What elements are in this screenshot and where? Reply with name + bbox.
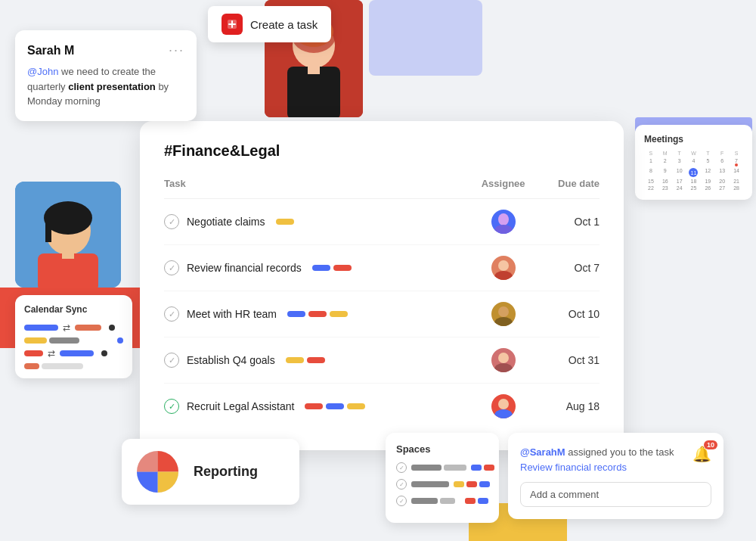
pie-chart bbox=[137, 451, 178, 493]
sarah-message: @John we need to create the quarterly cl… bbox=[27, 64, 184, 109]
avatar bbox=[491, 394, 516, 418]
finance-card: #Finance&Legal Task Assignee Due date ✓ … bbox=[140, 121, 624, 450]
task-name: Negotiate claims bbox=[187, 216, 265, 228]
task-name: Review financial records bbox=[187, 262, 302, 274]
finance-title: #Finance&Legal bbox=[164, 142, 600, 160]
tag-pills bbox=[312, 265, 352, 271]
sync-dot-blue bbox=[117, 337, 123, 344]
task-cell: ✓ Meet with HR team bbox=[164, 291, 470, 337]
svg-rect-4 bbox=[287, 67, 340, 117]
svg-rect-5 bbox=[308, 62, 320, 74]
tag-pill bbox=[312, 265, 330, 271]
meetings-title: Meetings bbox=[644, 134, 743, 145]
notif-task-link[interactable]: Review financial records bbox=[520, 462, 674, 473]
notification-card: @SarahM assigned you to the task Review … bbox=[508, 433, 723, 519]
assignee-cell bbox=[470, 384, 537, 430]
sarah-card: Sarah M ··· @John we need to create the … bbox=[15, 30, 197, 121]
tag-bar bbox=[454, 481, 464, 487]
meetings-card: Meetings S M T W T F S 1 2 3 4 5 6 7 8 9… bbox=[635, 125, 752, 200]
tag-pill bbox=[286, 357, 304, 363]
tag-pill bbox=[308, 311, 327, 317]
svg-point-16 bbox=[498, 260, 509, 271]
sync-arrow: ⇄ bbox=[63, 322, 70, 333]
left-person-photo bbox=[15, 182, 121, 288]
spaces-row: ✓ bbox=[396, 479, 488, 490]
sync-row bbox=[24, 337, 123, 344]
tag-pill bbox=[333, 265, 352, 271]
spaces-check: ✓ bbox=[396, 496, 407, 506]
assignee-cell bbox=[470, 291, 537, 337]
tag-bar bbox=[484, 465, 494, 471]
tag-pill bbox=[305, 403, 323, 409]
tag-bar bbox=[479, 481, 490, 487]
sync-row: ⇄ bbox=[24, 322, 123, 333]
task-table: Task Assignee Due date ✓ Negotiate claim… bbox=[164, 178, 600, 429]
badge-count: 10 bbox=[704, 440, 717, 449]
sync-row bbox=[24, 363, 123, 369]
tag-bar bbox=[478, 498, 488, 504]
notif-mention: @SarahM bbox=[520, 446, 565, 458]
task-name: Establish Q4 goals bbox=[187, 354, 275, 366]
reporting-label: Reporting bbox=[194, 464, 258, 480]
col-assignee: Assignee bbox=[470, 178, 537, 199]
spaces-check: ✓ bbox=[396, 479, 407, 490]
spaces-bar bbox=[411, 465, 442, 471]
spaces-bar bbox=[411, 481, 449, 487]
create-task-label: Create a task bbox=[250, 18, 318, 31]
check-icon: ✓ bbox=[164, 353, 179, 368]
sync-bar-blue2 bbox=[60, 350, 94, 356]
spaces-bar bbox=[444, 465, 466, 471]
sync-bar-blue bbox=[24, 325, 58, 331]
avatar bbox=[491, 210, 516, 234]
tag-bar bbox=[466, 481, 477, 487]
decorative-blue-rect bbox=[369, 0, 482, 76]
sarah-menu-dots[interactable]: ··· bbox=[169, 42, 184, 58]
svg-rect-12 bbox=[62, 248, 74, 259]
tag-pill bbox=[276, 219, 294, 225]
task-name: Meet with HR team bbox=[187, 308, 277, 320]
sync-dot bbox=[109, 325, 115, 331]
spaces-bar bbox=[411, 498, 438, 504]
notif-header: @SarahM assigned you to the task Review … bbox=[520, 445, 711, 473]
col-task: Task bbox=[164, 178, 470, 199]
sarah-bold-text: client presentation bbox=[68, 81, 156, 92]
tag-pills bbox=[305, 403, 365, 409]
spaces-title: Spaces bbox=[396, 443, 488, 455]
tag-pill bbox=[330, 311, 348, 317]
tag-pill bbox=[326, 403, 344, 409]
check-icon: ✓ bbox=[164, 306, 179, 322]
calendar-grid: S M T W T F S 1 2 3 4 5 6 7 8 9 10 11 12… bbox=[644, 151, 743, 191]
svg-rect-10 bbox=[45, 219, 51, 242]
assignee-cell bbox=[470, 245, 537, 291]
svg-point-25 bbox=[498, 399, 509, 409]
table-row: ✓ Negotiate claims Oct 1 bbox=[164, 199, 600, 245]
sync-bar-gray bbox=[49, 337, 79, 344]
sync-bar-or2 bbox=[24, 363, 39, 369]
create-task-button[interactable]: Create a task bbox=[208, 6, 331, 42]
tag-pill bbox=[347, 403, 365, 409]
sync-bar-yellow bbox=[24, 337, 47, 344]
assignee-cell bbox=[470, 337, 537, 384]
create-task-icon bbox=[222, 14, 243, 35]
spaces-row: ✓ bbox=[396, 462, 488, 473]
tag-pill bbox=[287, 311, 305, 317]
notif-text1: assigned you to the task bbox=[565, 446, 674, 458]
bell-badge: 🔔 10 bbox=[692, 445, 711, 463]
table-row: ✓ Establish Q4 goals Oct 31 bbox=[164, 337, 600, 384]
table-row: ✓ Recruit Legal Assistant Aug 18 bbox=[164, 384, 600, 430]
add-comment-button[interactable]: Add a comment bbox=[520, 482, 711, 507]
tag-bar bbox=[471, 465, 482, 471]
table-row: ✓ Review financial records Oct 7 bbox=[164, 245, 600, 291]
task-name: Recruit Legal Assistant bbox=[187, 400, 294, 412]
calendar-sync-rows: ⇄ ⇄ bbox=[24, 322, 123, 369]
spaces-card: Spaces ✓ ✓ ✓ bbox=[386, 433, 499, 523]
calendar-sync-card: Calendar Sync ⇄ ⇄ bbox=[15, 295, 132, 378]
tag-pills bbox=[286, 357, 325, 363]
col-due: Due date bbox=[537, 178, 600, 199]
due-cell: Oct 31 bbox=[537, 337, 600, 384]
avatar bbox=[491, 302, 516, 326]
svg-point-22 bbox=[498, 353, 509, 363]
due-cell: Oct 7 bbox=[537, 245, 600, 291]
due-cell: Oct 1 bbox=[537, 199, 600, 245]
tag-pill bbox=[307, 357, 325, 363]
